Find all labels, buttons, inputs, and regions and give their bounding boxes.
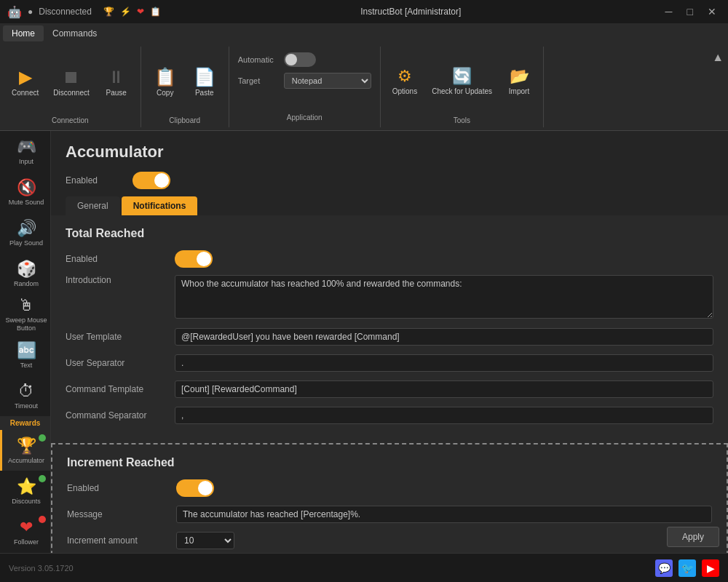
total-reached-section: Total Reached Enabled Introduction Whoo …	[51, 215, 728, 443]
toggle-knob	[154, 173, 169, 188]
ir-enabled-toggle[interactable]	[176, 479, 214, 497]
toolbar-application-group: Automatic Target Notepad Application	[229, 47, 381, 127]
increment-amount-select[interactable]: 5 10 15 20 25 50	[176, 532, 234, 549]
content-area: Accumulator Enabled General Notification…	[51, 131, 728, 582]
sweep-mouse-icon: 🖱	[18, 296, 34, 315]
introduction-label: Introduction	[66, 275, 175, 285]
automatic-toggle[interactable]	[284, 52, 316, 67]
message-row: Message	[67, 504, 712, 525]
ir-toggle-knob	[198, 481, 213, 495]
sidebar-timeout-label: Timeout	[15, 402, 38, 410]
close-button[interactable]: ✕	[703, 4, 721, 19]
sidebar-item-accumulator[interactable]: 🏆 Accumulator	[0, 430, 50, 471]
automatic-label: Automatic	[238, 55, 278, 64]
sidebar-item-mute-sound[interactable]: 🔇 Mute Sound	[0, 172, 50, 212]
tr-toggle-knob	[197, 252, 211, 266]
sidebar-mute-label: Mute Sound	[9, 199, 44, 207]
toolbar: ▶ Connect ⏹ Disconnect ⏸ Pause Connectio…	[0, 44, 728, 131]
clipboard-group-label: Clipboard	[169, 113, 200, 124]
increment-amount-row: Increment amount 5 10 15 20 25 50	[67, 530, 712, 551]
user-template-input[interactable]	[175, 328, 713, 346]
toolbar-clipboard-group: 📋 Copy 📄 Paste Clipboard	[141, 47, 229, 127]
text-icon: 🔤	[17, 341, 36, 360]
menu-commands[interactable]: Commands	[44, 25, 106, 41]
main-enabled-row: Enabled	[51, 167, 728, 196]
message-input[interactable]	[176, 506, 712, 523]
menu-home[interactable]: Home	[3, 25, 44, 41]
disconnect-button[interactable]: ⏹ Disconnect	[47, 64, 95, 100]
timeout-icon: ⏱	[18, 382, 34, 401]
tr-enabled-label: Enabled	[66, 254, 175, 264]
user-template-label: User Template	[66, 332, 175, 342]
check-updates-button[interactable]: 🔄 Check for Updates	[426, 64, 498, 99]
sidebar-item-follower[interactable]: ❤ Follower	[0, 511, 50, 552]
options-button[interactable]: ⚙ Options	[387, 64, 423, 99]
increment-amount-label: Increment amount	[67, 535, 176, 546]
rewards-header: Rewards	[0, 416, 50, 430]
total-reached-title: Total Reached	[66, 227, 713, 240]
twitter-icon[interactable]: 🐦	[678, 559, 696, 577]
bottom-icons: 💬 🐦 ▶	[655, 559, 719, 577]
import-label: Import	[509, 87, 529, 96]
application-group-label: Application	[238, 113, 371, 121]
title-bar: 🤖 ● Disconnected 🏆 ⚡ ❤ 📋 InstructBot [Ad…	[0, 0, 728, 23]
command-template-input[interactable]	[175, 380, 713, 398]
tr-toggle-track	[175, 250, 213, 268]
sidebar-discounts-label: Discounts	[12, 498, 41, 506]
sidebar-accumulator-label: Accumulator	[8, 457, 44, 465]
target-label: Target	[238, 76, 278, 85]
message-label: Message	[67, 509, 176, 519]
toolbar-tools-group: ⚙ Options 🔄 Check for Updates 📂 Import T…	[381, 47, 544, 127]
minimize-button[interactable]: ─	[661, 4, 677, 19]
accumulator-badge	[39, 434, 46, 442]
play-sound-icon: 🔊	[17, 219, 36, 238]
toolbar-connection-group: ▶ Connect ⏹ Disconnect ⏸ Pause Connectio…	[0, 47, 141, 127]
sidebar-item-text[interactable]: 🔤 Text	[0, 335, 50, 375]
copy-label: Copy	[157, 89, 173, 97]
introduction-row: Introduction Whoo the accumulator has re…	[66, 275, 713, 321]
sidebar-item-discounts[interactable]: ⭐ Discounts	[0, 471, 50, 511]
connection-status: ●	[28, 7, 33, 17]
target-select[interactable]: Notepad	[284, 73, 371, 89]
sidebar-item-play-sound[interactable]: 🔊 Play Sound	[0, 212, 50, 253]
connect-button[interactable]: ▶ Connect	[6, 64, 44, 100]
discounts-badge	[39, 475, 46, 482]
import-button[interactable]: 📂 Import	[501, 64, 537, 99]
sidebar-random-label: Random	[14, 280, 39, 288]
sidebar-follower-label: Follower	[14, 538, 39, 546]
youtube-icon[interactable]: ▶	[702, 559, 719, 577]
sidebar-item-sweep-mouse[interactable]: 🖱 Sweep Mouse Button	[0, 294, 50, 335]
tr-enabled-toggle[interactable]	[175, 250, 213, 268]
discounts-icon: ⭐	[17, 477, 36, 496]
paste-button[interactable]: 📄 Paste	[186, 64, 223, 100]
user-separator-input[interactable]	[175, 354, 713, 372]
disconnected-label: Disconnected	[39, 7, 92, 17]
main-enabled-toggle[interactable]	[132, 172, 170, 189]
apply-button[interactable]: Apply	[667, 527, 719, 547]
import-icon: 📂	[510, 67, 529, 86]
sidebar-sweep-label: Sweep Mouse Button	[5, 316, 47, 332]
check-updates-icon: 🔄	[452, 67, 472, 86]
pause-button[interactable]: ⏸ Pause	[98, 64, 135, 100]
connect-icon: ▶	[19, 67, 32, 87]
random-icon: 🎲	[17, 260, 36, 279]
discord-icon[interactable]: 💬	[655, 559, 673, 577]
sidebar-item-input[interactable]: 🎮 Input	[0, 131, 50, 172]
user-template-row: User Template	[66, 327, 713, 347]
sidebar-item-random[interactable]: 🎲 Random	[0, 253, 50, 294]
command-separator-input[interactable]	[175, 407, 713, 424]
input-icon: 🎮	[17, 137, 36, 156]
introduction-textarea[interactable]: Whoo the accumulator has reached 100% an…	[175, 275, 713, 319]
sidebar-item-timeout[interactable]: ⏱ Timeout	[0, 375, 50, 416]
tab-general[interactable]: General	[66, 196, 120, 215]
collapse-toolbar-button[interactable]: ▲	[711, 49, 725, 65]
page-title: Accumulator	[51, 131, 728, 167]
copy-button[interactable]: 📋 Copy	[147, 64, 183, 100]
app-icon: 🤖	[7, 5, 22, 19]
toggle-track	[132, 172, 170, 189]
tab-notifications[interactable]: Notifications	[122, 196, 198, 215]
ir-enabled-label: Enabled	[67, 483, 176, 493]
maximize-button[interactable]: □	[683, 4, 697, 19]
paste-icon: 📄	[194, 67, 215, 87]
ir-toggle-track	[176, 479, 214, 497]
